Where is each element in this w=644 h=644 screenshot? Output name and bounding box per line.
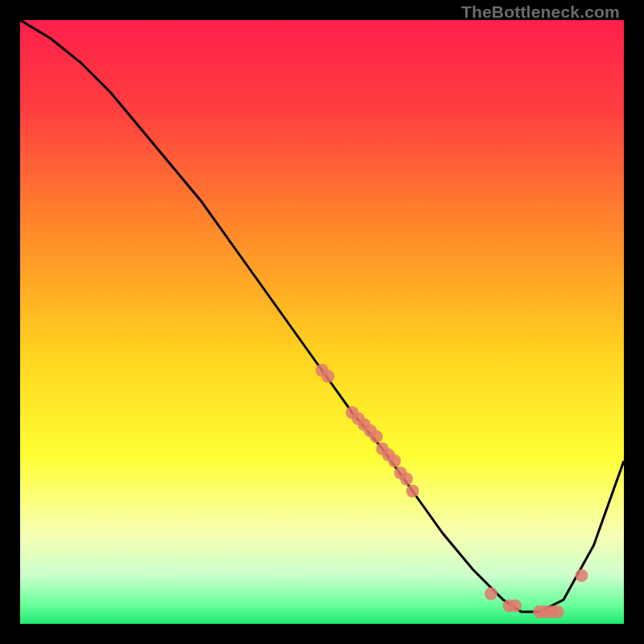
bottleneck-chart (20, 20, 624, 624)
data-point (485, 588, 497, 601)
plot-background (20, 20, 624, 624)
data-point (509, 600, 522, 613)
chart-frame (20, 20, 624, 624)
data-point (400, 473, 413, 485)
data-point (370, 431, 383, 444)
data-point (551, 605, 564, 618)
data-point (388, 455, 401, 468)
watermark-text: TheBottleneck.com (461, 2, 620, 22)
data-point (407, 485, 419, 497)
data-point (322, 370, 335, 383)
data-point (576, 569, 588, 582)
